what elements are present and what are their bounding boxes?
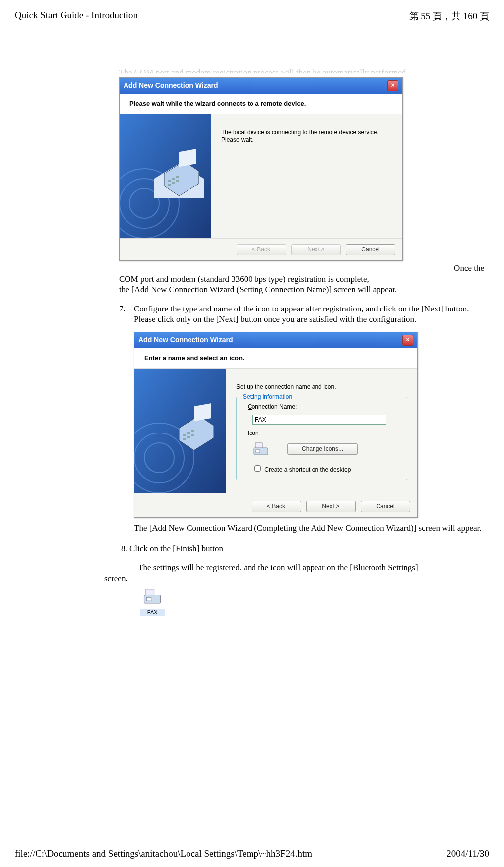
fax-device-illustration (120, 114, 211, 238)
dialog-subheader: Please wait while the wizard connects to… (120, 94, 402, 114)
svg-rect-8 (168, 184, 171, 186)
step-text: Click on the [Finish] button (129, 544, 223, 553)
svg-rect-21 (191, 434, 194, 436)
icon-label: FAX (140, 609, 165, 617)
svg-rect-5 (168, 180, 171, 182)
body-text: Once the (119, 263, 484, 273)
body-text: screen. (104, 573, 484, 584)
step-number: 7. (119, 304, 134, 533)
dialog-message: Please wait. (221, 136, 392, 144)
svg-rect-17 (187, 432, 190, 434)
wizard-dialog-connecting: Add New Connection Wizard × Please wait … (119, 77, 403, 261)
body-text: the [Add New Connection Wizard (Setting … (119, 284, 484, 295)
checkbox-label: Create a shortcut on the desktop (264, 466, 351, 473)
svg-rect-9 (172, 182, 175, 184)
dialog-title: Add New Connection Wizard (124, 81, 218, 90)
svg-rect-19 (183, 438, 186, 440)
desktop-shortcut-checkbox[interactable] (254, 465, 261, 472)
dialog-title: Add New Connection Wizard (138, 336, 233, 345)
body-text: COM port and modem (standard 33600 bps t… (119, 274, 484, 284)
connection-name-input[interactable] (252, 415, 386, 425)
body-text: The [Add New Connection Wizard (Completi… (134, 523, 484, 533)
svg-rect-16 (183, 434, 186, 436)
footer-date: 2004/11/30 (446, 848, 489, 859)
cancel-button[interactable]: Cancel (346, 244, 395, 255)
page-number: 第 55 頁，共 160 頁 (409, 10, 490, 23)
fieldset-legend: Setting information (241, 393, 294, 401)
step-8: 8. Click on the [Finish] button (104, 543, 484, 554)
wizard-dialog-name-icon: Add New Connection Wizard × Enter a name… (134, 332, 418, 518)
next-button: Next > (291, 244, 341, 255)
page-title: Quick Start Guide - Introduction (15, 10, 138, 23)
step-7: 7. Configure the type and name of the ic… (119, 304, 484, 533)
step-text: Configure the type and name of the icon … (134, 304, 484, 314)
svg-rect-24 (256, 450, 260, 453)
cancel-button[interactable]: Cancel (361, 501, 410, 512)
close-icon[interactable]: × (402, 335, 413, 346)
svg-rect-27 (146, 597, 151, 601)
footer-path: file://C:\Documents and Settings\anitach… (15, 848, 312, 859)
truncated-prev-text: The COM port and modem registration proc… (119, 67, 484, 73)
back-button: < Back (237, 244, 286, 255)
svg-rect-4 (179, 149, 196, 167)
fax-result-icon[interactable]: FAX (140, 587, 165, 617)
icon-label: Icon (248, 430, 401, 437)
svg-rect-18 (191, 430, 194, 432)
fax-device-illustration (134, 369, 226, 493)
back-button[interactable]: < Back (252, 501, 301, 512)
svg-rect-15 (194, 403, 211, 421)
next-button[interactable]: Next > (306, 501, 356, 512)
svg-rect-10 (176, 180, 179, 182)
connection-name-label: CConnection Name:onnection Name: (248, 403, 401, 411)
body-text: The settings will be registered, and the… (138, 563, 418, 572)
dialog-instruction: Set up the connection name and icon. (236, 383, 407, 391)
close-icon[interactable]: × (387, 80, 398, 91)
svg-rect-6 (172, 178, 175, 180)
svg-rect-20 (187, 436, 190, 438)
step-text: Please click only on the [Next] button o… (134, 314, 484, 324)
change-icons-button[interactable]: Change Icons... (287, 443, 358, 455)
dialog-message: The local device is connecting to the re… (221, 129, 392, 136)
dialog-subheader: Enter a name and select an icon. (134, 348, 417, 369)
fax-icon (252, 441, 269, 458)
svg-rect-7 (176, 176, 179, 178)
